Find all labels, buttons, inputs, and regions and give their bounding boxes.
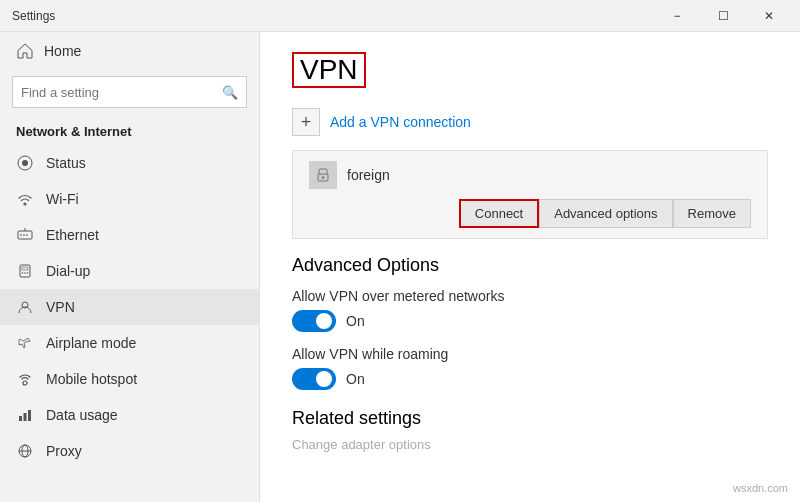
search-box[interactable]: 🔍 bbox=[12, 76, 247, 108]
window-controls: − ☐ ✕ bbox=[654, 0, 792, 32]
vpn-metered-option: Allow VPN over metered networks On bbox=[292, 288, 768, 332]
sidebar-item-wifi[interactable]: Wi-Fi bbox=[0, 181, 259, 217]
dialup-icon bbox=[16, 262, 34, 280]
svg-point-10 bbox=[24, 272, 26, 274]
svg-point-21 bbox=[322, 176, 324, 178]
sidebar: Home 🔍 Network & Internet Status Wi-Fi bbox=[0, 32, 260, 502]
svg-point-9 bbox=[22, 272, 24, 274]
metered-toggle-state: On bbox=[346, 313, 365, 329]
airplane-label: Airplane mode bbox=[46, 335, 136, 351]
airplane-icon bbox=[16, 334, 34, 352]
svg-rect-2 bbox=[18, 231, 32, 239]
status-icon bbox=[16, 154, 34, 172]
data-icon bbox=[16, 406, 34, 424]
ethernet-icon bbox=[16, 226, 34, 244]
add-vpn-row[interactable]: + Add a VPN connection bbox=[292, 108, 768, 136]
maximize-button[interactable]: ☐ bbox=[700, 0, 746, 32]
page-title: VPN bbox=[292, 52, 366, 88]
change-adapter-link[interactable]: Change adapter options bbox=[292, 437, 768, 452]
sidebar-item-home[interactable]: Home bbox=[0, 32, 259, 70]
title-bar: Settings − ☐ ✕ bbox=[0, 0, 800, 32]
proxy-label: Proxy bbox=[46, 443, 82, 459]
sidebar-item-dialup[interactable]: Dial-up bbox=[0, 253, 259, 289]
wifi-label: Wi-Fi bbox=[46, 191, 79, 207]
metered-toggle-row: On bbox=[292, 310, 768, 332]
sidebar-item-status[interactable]: Status bbox=[0, 145, 259, 181]
roaming-label: Allow VPN while roaming bbox=[292, 346, 768, 362]
wifi-icon bbox=[16, 190, 34, 208]
svg-rect-13 bbox=[19, 416, 22, 421]
sidebar-item-airplane[interactable]: Airplane mode bbox=[0, 325, 259, 361]
home-icon bbox=[16, 42, 34, 60]
svg-rect-15 bbox=[28, 410, 31, 421]
proxy-icon bbox=[16, 442, 34, 460]
sidebar-item-ethernet[interactable]: Ethernet bbox=[0, 217, 259, 253]
add-icon: + bbox=[292, 108, 320, 136]
advanced-options-button[interactable]: Advanced options bbox=[539, 199, 672, 228]
vpn-name: foreign bbox=[347, 167, 390, 183]
roaming-toggle[interactable] bbox=[292, 368, 336, 390]
vpn-actions: Connect Advanced options Remove bbox=[309, 199, 751, 228]
svg-rect-8 bbox=[22, 267, 28, 270]
datausage-label: Data usage bbox=[46, 407, 118, 423]
home-label: Home bbox=[44, 43, 81, 59]
status-label: Status bbox=[46, 155, 86, 171]
advanced-options-title: Advanced Options bbox=[292, 255, 768, 276]
vpn-icon bbox=[16, 298, 34, 316]
close-button[interactable]: ✕ bbox=[746, 0, 792, 32]
related-settings-title: Related settings bbox=[292, 408, 768, 429]
sidebar-item-vpn[interactable]: VPN bbox=[0, 289, 259, 325]
search-icon: 🔍 bbox=[222, 85, 238, 100]
ethernet-label: Ethernet bbox=[46, 227, 99, 243]
vpn-card-top: foreign bbox=[309, 161, 751, 189]
hotspot-label: Mobile hotspot bbox=[46, 371, 137, 387]
connect-button[interactable]: Connect bbox=[459, 199, 539, 228]
vpn-roaming-option: Allow VPN while roaming On bbox=[292, 346, 768, 390]
remove-button[interactable]: Remove bbox=[673, 199, 751, 228]
vpn-card: foreign Connect Advanced options Remove bbox=[292, 150, 768, 239]
vpn-label: VPN bbox=[46, 299, 75, 315]
vpn-status-icon bbox=[309, 161, 337, 189]
sidebar-item-hotspot[interactable]: Mobile hotspot bbox=[0, 361, 259, 397]
svg-rect-14 bbox=[24, 413, 27, 421]
app-body: Home 🔍 Network & Internet Status Wi-Fi bbox=[0, 32, 800, 502]
svg-point-11 bbox=[27, 272, 29, 274]
metered-label: Allow VPN over metered networks bbox=[292, 288, 768, 304]
search-input[interactable] bbox=[21, 85, 222, 100]
minimize-button[interactable]: − bbox=[654, 0, 700, 32]
sidebar-item-datausage[interactable]: Data usage bbox=[0, 397, 259, 433]
hotspot-icon bbox=[16, 370, 34, 388]
sidebar-item-proxy[interactable]: Proxy bbox=[0, 433, 259, 469]
watermark: wsxdn.com bbox=[733, 482, 788, 494]
roaming-toggle-row: On bbox=[292, 368, 768, 390]
app-title: Settings bbox=[12, 9, 55, 23]
main-content: VPN + Add a VPN connection foreign Conne… bbox=[260, 32, 800, 502]
roaming-toggle-state: On bbox=[346, 371, 365, 387]
metered-toggle[interactable] bbox=[292, 310, 336, 332]
svg-point-1 bbox=[22, 160, 28, 166]
dialup-label: Dial-up bbox=[46, 263, 90, 279]
add-vpn-label: Add a VPN connection bbox=[330, 114, 471, 130]
sidebar-section-label: Network & Internet bbox=[0, 118, 259, 145]
